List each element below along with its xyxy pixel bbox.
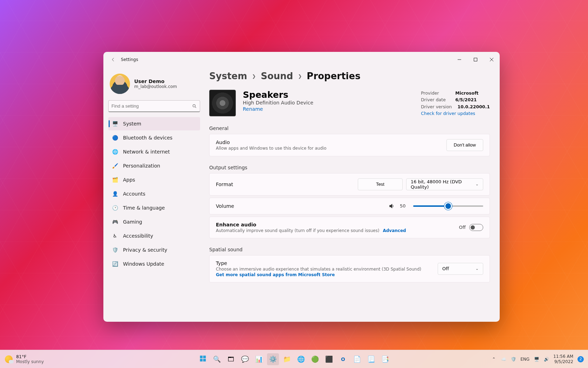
- sidebar-item-time-language[interactable]: 🕑Time & language: [108, 201, 200, 214]
- format-value: 16 bit, 48000 Hz (DVD Quality): [411, 179, 471, 190]
- search-box[interactable]: [108, 100, 200, 112]
- section-header-general: General: [209, 125, 490, 131]
- enhance-title: Enhance audio: [216, 222, 459, 227]
- language-indicator[interactable]: ENG: [520, 357, 529, 362]
- enhance-audio-toggle[interactable]: [469, 224, 483, 231]
- app-icon-1[interactable]: 📄: [351, 353, 363, 365]
- search-button[interactable]: 🔍: [211, 353, 223, 365]
- network-icon[interactable]: 🖥️: [534, 356, 539, 362]
- driver-metadata: ProviderMicrosoft Driver date6/5/2021 Dr…: [421, 90, 490, 117]
- sidebar-item-system[interactable]: 🖥️System: [108, 117, 200, 130]
- back-button[interactable]: [106, 53, 120, 67]
- sidebar-icon: 👤: [112, 191, 118, 197]
- advanced-link[interactable]: Advanced: [383, 228, 406, 233]
- security-icon[interactable]: 🛡️: [511, 356, 516, 362]
- tray-expand-icon[interactable]: ⌃: [491, 356, 497, 362]
- app-icon-3[interactable]: 📑: [379, 353, 391, 365]
- taskbar-center: 🔍 🗔 💬 📊 ⚙️ 📁 🌐 🟢 ⬛ O 📄 📃 📑: [197, 353, 391, 365]
- breadcrumb-system[interactable]: System: [209, 71, 247, 81]
- sidebar-item-apps[interactable]: 🗂️Apps: [108, 173, 200, 186]
- audio-title: Audio: [216, 139, 446, 145]
- edge-canary-icon[interactable]: 🟢: [309, 353, 321, 365]
- sidebar: User Demo m_lab@outlook.com 🖥️System🔵Blu…: [103, 67, 205, 322]
- user-name: User Demo: [134, 79, 177, 84]
- task-view-button[interactable]: 🗔: [225, 353, 237, 365]
- onedrive-icon[interactable]: ☁️: [501, 356, 506, 362]
- sidebar-item-label: Bluetooth & devices: [123, 135, 172, 141]
- sidebar-item-label: Accounts: [123, 191, 145, 197]
- svg-rect-2: [200, 355, 203, 358]
- terminal-icon[interactable]: ⬛: [323, 353, 335, 365]
- clock[interactable]: 11:56 AM 9/5/2022: [553, 354, 573, 364]
- settings-window: Settings User Demo m_lab@outlook.com: [103, 52, 500, 322]
- svg-rect-3: [203, 355, 206, 358]
- weather-widget[interactable]: 81°F Mostly sunny: [0, 354, 44, 364]
- device-name: Speakers: [243, 90, 313, 100]
- spatial-type-value: Off: [442, 266, 449, 271]
- sidebar-item-accounts[interactable]: 👤Accounts: [108, 187, 200, 200]
- spatial-type-select[interactable]: Off ⌄: [438, 263, 483, 275]
- sidebar-item-windows-update[interactable]: 🔄Windows Update: [108, 257, 200, 271]
- sidebar-icon: 🕑: [112, 205, 118, 211]
- dont-allow-button[interactable]: Don't allow: [446, 139, 483, 151]
- search-input[interactable]: [111, 103, 192, 109]
- format-label: Format: [216, 182, 358, 187]
- window-controls: [451, 52, 500, 67]
- sidebar-item-gaming[interactable]: 🎮Gaming: [108, 215, 200, 229]
- volume-tray-icon[interactable]: 🔊: [543, 356, 549, 362]
- speaker-icon: [209, 90, 236, 116]
- app-title: Settings: [121, 57, 138, 62]
- card-enhance-audio: Enhance audio Automatically improve soun…: [209, 217, 490, 238]
- rename-link[interactable]: Rename: [243, 106, 263, 112]
- chevron-down-icon: ⌄: [476, 182, 479, 186]
- sidebar-item-label: Personalization: [123, 163, 160, 169]
- weather-icon: [5, 355, 13, 363]
- sidebar-item-network-internet[interactable]: 🌐Network & internet: [108, 145, 200, 158]
- driver-version-value: 10.0.22000.1: [457, 103, 490, 110]
- start-button[interactable]: [197, 353, 209, 365]
- settings-app-icon[interactable]: ⚙️: [267, 353, 279, 365]
- svg-rect-0: [474, 58, 477, 61]
- system-tray: ⌃ ☁️ 🛡️ ENG 🖥️ 🔊 11:56 AM 9/5/2022 2: [491, 354, 588, 364]
- svg-point-1: [193, 104, 195, 107]
- sidebar-item-accessibility[interactable]: ♿Accessibility: [108, 229, 200, 243]
- volume-value: 50: [400, 203, 408, 209]
- test-button[interactable]: Test: [358, 178, 403, 190]
- device-header: Speakers High Definition Audio Device Re…: [209, 90, 490, 117]
- outlook-icon[interactable]: O: [337, 353, 349, 365]
- sidebar-item-label: System: [123, 121, 141, 127]
- card-format: Format Test 16 bit, 48000 Hz (DVD Qualit…: [209, 173, 490, 196]
- widgets-icon[interactable]: 📊: [253, 353, 265, 365]
- check-driver-updates-link[interactable]: Check for driver updates: [421, 110, 475, 117]
- volume-icon[interactable]: [389, 203, 395, 209]
- sidebar-icon: 🎮: [112, 219, 118, 225]
- spatial-type-label: Type: [216, 260, 438, 266]
- close-button[interactable]: [484, 52, 500, 67]
- maximize-button[interactable]: [467, 52, 484, 67]
- sidebar-icon: 🔄: [112, 261, 118, 267]
- notification-badge[interactable]: 2: [577, 356, 584, 362]
- chat-icon[interactable]: 💬: [239, 353, 251, 365]
- search-icon: [192, 104, 197, 109]
- file-explorer-icon[interactable]: 📁: [281, 353, 293, 365]
- sidebar-icon: ♿: [112, 233, 118, 239]
- sidebar-icon: 🖌️: [112, 163, 118, 169]
- enhance-toggle-label: Off: [459, 225, 466, 230]
- format-select[interactable]: 16 bit, 48000 Hz (DVD Quality) ⌄: [406, 178, 483, 190]
- user-account-button[interactable]: User Demo m_lab@outlook.com: [108, 69, 200, 100]
- edge-icon[interactable]: 🌐: [295, 353, 307, 365]
- sidebar-item-label: Apps: [123, 177, 135, 183]
- driver-date-value: 6/5/2021: [455, 96, 477, 103]
- svg-rect-4: [200, 359, 203, 361]
- volume-slider[interactable]: [413, 205, 483, 207]
- app-icon-2[interactable]: 📃: [365, 353, 377, 365]
- sidebar-item-privacy-security[interactable]: 🛡️Privacy & security: [108, 243, 200, 257]
- sidebar-item-personalization[interactable]: 🖌️Personalization: [108, 159, 200, 172]
- time-text: 11:56 AM: [553, 354, 573, 359]
- sidebar-item-label: Accessibility: [123, 233, 153, 239]
- weather-condition: Mostly sunny: [16, 359, 44, 364]
- breadcrumb-sound[interactable]: Sound: [261, 71, 293, 81]
- store-link[interactable]: Get more spatial sound apps from Microso…: [216, 272, 335, 277]
- sidebar-item-bluetooth-devices[interactable]: 🔵Bluetooth & devices: [108, 131, 200, 144]
- minimize-button[interactable]: [451, 52, 467, 67]
